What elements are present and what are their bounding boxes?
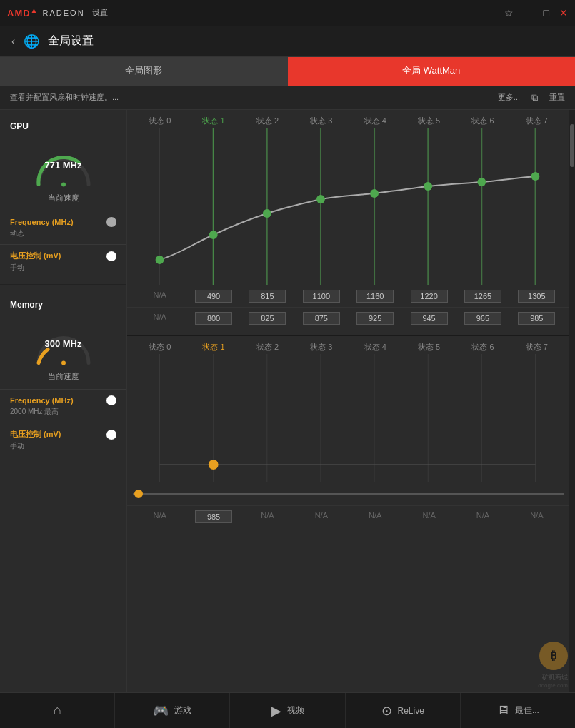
- scrollbar[interactable]: [569, 110, 575, 692]
- svg-point-18: [209, 231, 218, 239]
- state-header-6: 状态 6: [456, 116, 509, 126]
- gpu-freq-7[interactable]: [510, 290, 564, 303]
- memory-section-header: Memory: [0, 295, 126, 314]
- bottom-tab-relive[interactable]: ⊙ ReLive: [346, 693, 461, 728]
- mem-freq-3: N/A: [294, 510, 348, 523]
- gpu-volt-7[interactable]: [510, 312, 564, 325]
- sidebar: GPU 771 MHz 当前速度 Frequency (MHz): [0, 110, 127, 692]
- gpu-gauge: 771 MHz: [31, 147, 96, 190]
- memory-speed-label: 当前速度: [48, 371, 79, 382]
- bottom-tab-display[interactable]: 🖥 最佳...: [461, 693, 575, 728]
- tab-wattman[interactable]: 全局 WattMan: [288, 57, 576, 86]
- gpu-volt-1[interactable]: [186, 312, 240, 325]
- bottom-tab-video[interactable]: ▶ 视频: [230, 693, 345, 728]
- reset-button[interactable]: 重置: [549, 92, 565, 103]
- gpu-speed-label: 当前速度: [48, 193, 79, 203]
- memory-slider-thumb[interactable]: [134, 490, 143, 498]
- memory-gauge: 300 MHz: [31, 325, 96, 368]
- gpu-volt-5[interactable]: [402, 312, 456, 325]
- maximize-button[interactable]: □: [544, 8, 549, 18]
- memory-voltage-row: 电压控制 (mV) 手动: [0, 423, 126, 457]
- memory-gauge-container: 300 MHz 当前速度: [0, 314, 126, 389]
- memory-state-headers: 状态 0 状态 1 状态 2 状态 3 状态 4 状态 5 状态 6 状态 7: [127, 336, 569, 354]
- memory-voltage-toggle[interactable]: [106, 430, 116, 440]
- gpu-freq-0: N/A: [133, 290, 186, 303]
- gpu-freq-input-5[interactable]: [411, 290, 448, 303]
- svg-point-21: [370, 189, 379, 198]
- gpu-voltage-toggle[interactable]: [106, 251, 116, 261]
- gpu-volt-input-7[interactable]: [518, 312, 555, 325]
- mem-freq-7: N/A: [510, 510, 564, 523]
- svg-point-24: [531, 172, 540, 181]
- gpu-freq-6[interactable]: [456, 290, 509, 303]
- state-header-1: 状态 1: [186, 116, 240, 126]
- gpu-freq-3[interactable]: [294, 290, 348, 303]
- globe-icon: 🌐: [24, 34, 39, 49]
- gpu-freq-input-2[interactable]: [249, 290, 286, 303]
- mem-freq-1[interactable]: [186, 510, 240, 523]
- gpu-freq-1[interactable]: [186, 290, 240, 303]
- mem-state-header-5: 状态 5: [402, 342, 456, 353]
- gpu-volt-2[interactable]: [241, 312, 294, 325]
- star-button[interactable]: ☆: [504, 8, 514, 18]
- gpu-speed-value: 771 MHz: [44, 160, 81, 171]
- gpu-voltage-label: 电压控制 (mV): [10, 251, 61, 261]
- memory-speed-value: 300 MHz: [44, 338, 81, 349]
- gpu-freq-5[interactable]: [402, 290, 456, 303]
- svg-point-34: [209, 460, 219, 470]
- gpu-frequency-label: Frequency (MHz): [10, 218, 74, 226]
- page-title: 全局设置: [48, 34, 94, 49]
- display-label: 最佳...: [515, 704, 539, 717]
- gpu-volt-input-3[interactable]: [303, 312, 340, 325]
- gpu-freq-4[interactable]: [349, 290, 402, 303]
- mem-state-header-0: 状态 0: [133, 342, 186, 353]
- mem-freq-input-1[interactable]: [195, 510, 232, 523]
- mem-state-header-2: 状态 2: [241, 342, 294, 353]
- gpu-volt-input-5[interactable]: [411, 312, 448, 325]
- settings-text: 设置: [92, 7, 108, 18]
- mem-freq-5: N/A: [402, 510, 456, 523]
- memory-slider[interactable]: [133, 485, 564, 502]
- gpu-freq-input-4[interactable]: [356, 290, 394, 303]
- memory-chart: [133, 354, 564, 482]
- more-link[interactable]: 更多...: [498, 92, 520, 103]
- memory-voltage-label: 电压控制 (mV): [10, 429, 61, 440]
- gpu-freq-input-7[interactable]: [518, 290, 555, 303]
- scrollbar-thumb[interactable]: [570, 124, 574, 167]
- svg-point-23: [477, 178, 486, 186]
- memory-frequency-toggle[interactable]: [106, 395, 116, 405]
- gpu-volt-input-1[interactable]: [195, 312, 232, 325]
- memory-frequency-sublabel: 2000 MHz 最高: [10, 407, 116, 417]
- gpu-volt-3[interactable]: [294, 312, 348, 325]
- state-header-3: 状态 3: [294, 116, 348, 126]
- memory-frequency-row: Frequency (MHz) 2000 MHz 最高: [0, 389, 126, 423]
- minimize-button[interactable]: —: [524, 8, 534, 18]
- gpu-volt-input-6[interactable]: [464, 312, 501, 325]
- gpu-volt-4[interactable]: [349, 312, 402, 325]
- info-bar-actions: 更多... ⧉ 重置: [498, 92, 565, 103]
- bottom-tab-gaming[interactable]: 🎮 游戏: [115, 693, 230, 728]
- state-header-7: 状态 7: [510, 116, 564, 126]
- gpu-freq-2[interactable]: [241, 290, 294, 303]
- gpu-volt-0: N/A: [133, 312, 186, 325]
- state-header-4: 状态 4: [349, 116, 402, 126]
- gpu-volt-input-2[interactable]: [249, 312, 286, 325]
- video-label: 视频: [287, 704, 304, 717]
- chart-area: 状态 0 状态 1 状态 2 状态 3 状态 4 状态 5 状态 6 状态 7: [127, 110, 569, 692]
- close-button[interactable]: ✕: [559, 8, 568, 18]
- gpu-freq-values: N/A: [127, 285, 569, 307]
- window-controls: ☆ — □ ✕: [504, 8, 568, 18]
- gpu-volt-6[interactable]: [456, 312, 509, 325]
- gpu-frequency-toggle[interactable]: [106, 217, 116, 227]
- gpu-frequency-sublabel: 动态: [10, 228, 116, 238]
- window-icon[interactable]: ⧉: [531, 92, 538, 103]
- tab-graphics[interactable]: 全局图形: [0, 57, 288, 86]
- gaming-icon: 🎮: [153, 703, 169, 719]
- memory-voltage-sublabel: 手动: [10, 441, 116, 451]
- bottom-tab-home[interactable]: ⌂: [0, 693, 115, 728]
- gpu-freq-input-3[interactable]: [303, 290, 340, 303]
- gpu-freq-input-1[interactable]: [195, 290, 232, 303]
- gpu-freq-input-6[interactable]: [464, 290, 501, 303]
- back-button[interactable]: ‹: [11, 35, 15, 48]
- gpu-volt-input-4[interactable]: [356, 312, 394, 325]
